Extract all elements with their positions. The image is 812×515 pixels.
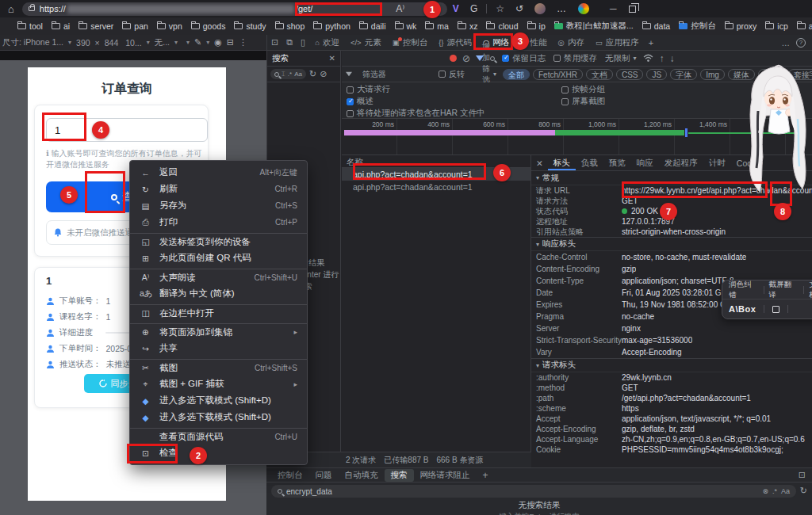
translator-item-polish[interactable]: 润色纠错 [729, 280, 759, 300]
devtools-tab[interactable]: ▣ 控制台 [387, 35, 433, 50]
filter-pill[interactable]: 文档 [586, 69, 613, 80]
clear-icon[interactable]: ⊗ [762, 487, 768, 495]
context-menu-item[interactable]: 查看页面源代码 Ctrl+U [130, 428, 307, 444]
devtools-tab[interactable]: </> 元素 [345, 35, 387, 50]
bookmark-item[interactable]: wk [395, 21, 417, 31]
close-icon[interactable]: ✕ [329, 54, 335, 63]
bookmark-item[interactable]: ma [425, 21, 449, 31]
bookmark-item[interactable]: ip [527, 21, 546, 31]
headers-tab[interactable]: 响应 [631, 155, 659, 170]
clear-icon[interactable]: ⊘ [320, 69, 327, 79]
bookmark-item[interactable]: ai [52, 21, 70, 31]
bookmark-item[interactable]: xz [458, 21, 478, 31]
context-menu-item[interactable]: ◫ 在边栏中打开 [130, 304, 307, 321]
close-icon[interactable]: ✕ [536, 158, 543, 168]
network-option-checkbox[interactable]: 按帧分组 [561, 85, 605, 94]
history-icon[interactable]: ↺ [515, 3, 523, 14]
drawer-search-bar[interactable]: ⊗ .* Aa [271, 485, 796, 498]
refresh-icon[interactable]: ↻ [309, 69, 316, 79]
request-section-header[interactable]: ▾ 请求标头 [531, 358, 812, 372]
throttle-select[interactable]: 无... [155, 37, 170, 48]
context-menu-item[interactable]: ◆ 进入多选下载模式 (Shift+D) [130, 392, 307, 409]
headers-tab[interactable]: 预览 [603, 155, 631, 170]
inspect-element-icon[interactable]: ⊡ [271, 37, 278, 48]
context-menu-item[interactable]: ✂ 截图 Ctrl+Shift+S [130, 359, 307, 376]
context-menu-item[interactable]: ◆ 进入多选下载模式 (Shift+D) [130, 409, 307, 425]
filter-pill[interactable]: Fetch/XHR [533, 69, 583, 80]
record-icon[interactable] [450, 55, 457, 62]
device-size-select[interactable]: 尺寸: iPhone 1... [2, 37, 63, 48]
crop-icon[interactable] [772, 306, 779, 313]
devtools-tab[interactable]: {} 源代码 [433, 35, 477, 50]
clear-network-icon[interactable]: ⊘ [462, 53, 470, 64]
context-menu-item[interactable]: ▤ 另存为 Ctrl+S [130, 197, 307, 214]
devtools-tab[interactable]: ◎ 内存 [553, 35, 590, 50]
regex-toggle-icon[interactable]: .* [288, 71, 292, 78]
bookmark-item[interactable]: shop [275, 21, 305, 31]
request-row[interactable]: api.php?act=chadan&account=1 [342, 181, 530, 193]
context-menu-item[interactable]: aあ 翻译为 中文 (简体) [130, 285, 307, 302]
bookmark-item[interactable]: 控制台 [679, 21, 716, 32]
headers-tab[interactable]: 计时 [703, 155, 731, 170]
extension-v-icon[interactable]: V [453, 3, 459, 14]
add-drawer-tab-icon[interactable]: + [483, 470, 488, 481]
bookmark-item[interactable]: vpn [157, 21, 182, 31]
drawer-tab[interactable]: 控制台 [271, 469, 309, 482]
context-menu-item[interactable]: ← 返回 Alt+向左键 [130, 164, 307, 181]
bookmark-item[interactable]: goods [191, 21, 226, 31]
home-icon[interactable]: ⌂ [8, 3, 14, 15]
filter-pill[interactable]: 全部 [503, 69, 530, 80]
bookmark-item[interactable]: api [797, 21, 812, 31]
context-menu-item[interactable]: ⊕ 将页面添加到集锦 [130, 323, 307, 340]
device-toolbar-icon[interactable]: ⧉ [286, 37, 293, 48]
filter-pill[interactable]: Img [700, 69, 725, 80]
translator-item-screenshot[interactable]: 截屏翻译 [769, 280, 799, 300]
bookmark-item[interactable]: data [642, 21, 670, 31]
bookmark-item[interactable]: server [79, 21, 113, 31]
preserve-log-checkbox[interactable]: 保留日志 [502, 53, 546, 64]
settings-more-icon[interactable]: … [557, 3, 566, 14]
regex-toggle-icon[interactable]: .* [772, 487, 777, 495]
bookmark-item[interactable]: pan [122, 21, 148, 31]
context-menu-item[interactable]: ↪ 共享 [130, 340, 307, 357]
drawer-tab[interactable]: 问题 [309, 469, 339, 482]
devtools-tab[interactable]: ▭ 应用程序 [590, 35, 645, 50]
pen-icon[interactable]: ✎ [194, 37, 201, 48]
match-case-icon[interactable]: Aa [781, 487, 790, 495]
network-option-checkbox[interactable]: 屏幕截图 [561, 97, 605, 106]
devtools-tab[interactable]: ⌂ 欢迎 [309, 35, 345, 50]
headers-tab[interactable]: 发起程序 [659, 155, 703, 170]
read-aloud-icon[interactable]: A⁾ [396, 3, 404, 14]
bookmark-item[interactable]: daili [359, 21, 386, 31]
minimize-button[interactable]: ─ [610, 3, 617, 14]
device-width-field[interactable]: 390 [76, 38, 90, 48]
bookmark-item[interactable]: proxy [725, 21, 757, 31]
drawer-tab[interactable]: 搜索 [385, 469, 414, 482]
more-tabs-icon[interactable]: + [649, 38, 653, 48]
rotate-device-icon[interactable]: ⊟ [227, 37, 234, 48]
profile-avatar[interactable] [534, 3, 546, 14]
bookmark-item[interactable]: tool [17, 21, 43, 31]
restore-window-button[interactable] [629, 6, 636, 13]
bookmark-item[interactable]: icp [765, 21, 787, 31]
context-menu-item[interactable]: A⁾ 大声朗读 Ctrl+Shift+U [130, 269, 307, 285]
export-har-icon[interactable]: ↓ [670, 53, 675, 64]
translator-item-doc[interactable]: 文档 [809, 280, 812, 300]
help-icon[interactable]: ? [796, 38, 806, 48]
eye-icon[interactable]: ◉ [214, 37, 222, 48]
filter-pill[interactable]: 字体 [670, 69, 697, 80]
context-menu-item[interactable]: ◱ 发送标签页到你的设备 [130, 233, 307, 250]
network-option-checkbox[interactable]: 将待处理的请求包含在HAR 文件中 [347, 109, 485, 118]
device-height-field[interactable]: 844 [105, 38, 119, 48]
kebab-menu-icon[interactable]: ⋮ [239, 37, 247, 48]
filter-input[interactable] [362, 69, 439, 80]
disable-cache-checkbox[interactable]: 禁用缓存 [553, 53, 597, 64]
drawer-more-icon[interactable]: ⊡ [799, 470, 812, 480]
context-menu-item[interactable]: ⊞ 为此页面创建 QR 代码 [130, 250, 307, 266]
network-option-checkbox[interactable]: 概述 [347, 97, 485, 106]
sidebar-search-input[interactable]: ⌶ .* Aa [270, 69, 306, 79]
context-menu-item[interactable]: ⎙ 打印 Ctrl+P [130, 214, 307, 231]
copilot-icon[interactable] [578, 3, 589, 14]
favorites-bar-icon[interactable]: ☆ [496, 3, 504, 14]
headers-tab[interactable]: 负载 [576, 155, 603, 170]
